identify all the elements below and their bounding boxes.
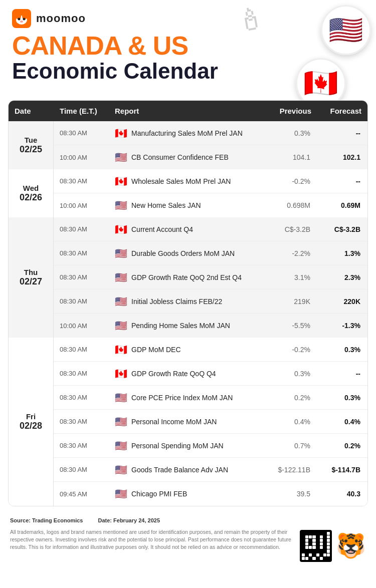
report-previous: -2.2% (258, 249, 313, 257)
report-forecast: 2.3% (313, 273, 363, 281)
table-header: Date Time (E.T.) Report Previous Forecas… (9, 101, 367, 121)
report-forecast: 0.3% (313, 394, 363, 402)
report-previous: 0.7% (258, 442, 313, 450)
country-flag: 🇺🇸 (115, 416, 127, 428)
report-text: Goods Trade Balance Adv JAN (131, 466, 228, 474)
report-forecast: C$-3.2B (313, 225, 363, 233)
country-flag: 🇨🇦 (115, 175, 127, 187)
report-name: 🇺🇸 New Home Sales JAN (113, 199, 258, 211)
report-previous: 0.3% (258, 129, 313, 137)
day-group: Fri 02/28 08:30 AM 🇨🇦 GDP MoM DEC -0.2% … (9, 338, 367, 506)
table-row: 08:30 AM 🇺🇸 Goods Trade Balance Adv JAN … (54, 458, 367, 482)
report-name: 🇺🇸 Goods Trade Balance Adv JAN (113, 464, 258, 476)
report-text: Pending Home Sales MoM JAN (131, 322, 230, 330)
report-name: 🇨🇦 Manufacturing Sales MoM Prel JAN (113, 127, 258, 139)
report-name: 🇺🇸 GDP Growth Rate QoQ 2nd Est Q4 (113, 271, 258, 283)
table-row: 08:30 AM 🇺🇸 Core PCE Price Index MoM JAN… (54, 386, 367, 410)
table-row: 08:30 AM 🇺🇸 Initial Jobless Claims FEB/2… (54, 289, 367, 314)
report-previous: 0.4% (258, 418, 313, 426)
date-label: Date: February 24, 2025 (98, 517, 160, 523)
col-time-header: Time (E.T.) (58, 107, 113, 115)
report-time: 08:30 AM (58, 394, 113, 401)
report-previous: 219K (258, 298, 313, 306)
report-previous: 104.1 (258, 153, 313, 161)
flag-decoration: 🇺🇸 🇨🇦 (296, 5, 371, 100)
report-text: Core PCE Price Index MoM JAN (131, 394, 233, 402)
day-name: Wed (23, 184, 39, 192)
country-flag: 🇨🇦 (115, 368, 127, 380)
report-previous: 39.5 (258, 490, 313, 498)
table-row: 10:00 AM 🇺🇸 New Home Sales JAN 0.698M 0.… (54, 193, 367, 217)
table-row: 08:30 AM 🇺🇸 Personal Income MoM JAN 0.4%… (54, 410, 367, 434)
col-forecast-header: Forecast (313, 107, 363, 115)
report-previous: -5.5% (258, 322, 313, 330)
report-name: 🇨🇦 GDP MoM DEC (113, 344, 258, 356)
report-name: 🇨🇦 GDP Growth Rate QoQ Q4 (113, 368, 258, 380)
report-time: 08:30 AM (58, 418, 113, 425)
report-text: GDP MoM DEC (131, 346, 181, 354)
source-label: Source: Trading Economics (10, 517, 83, 523)
report-time: 10:00 AM (58, 202, 113, 209)
report-forecast: 0.3% (313, 346, 363, 354)
report-forecast: $-114.7B (313, 466, 363, 474)
report-time: 08:30 AM (58, 298, 113, 305)
day-rows: 08:30 AM 🇨🇦 Manufacturing Sales MoM Prel… (54, 121, 367, 169)
report-time: 08:30 AM (58, 177, 113, 185)
table-row: 08:30 AM 🇨🇦 Current Account Q4 C$-3.2B C… (54, 217, 367, 241)
us-flag-circle: 🇺🇸 (321, 5, 371, 55)
country-flag: 🇺🇸 (115, 488, 127, 500)
report-previous: 3.1% (258, 273, 313, 281)
svg-point-4 (18, 18, 21, 21)
report-forecast: 0.4% (313, 418, 363, 426)
report-text: Chicago PMI FEB (131, 490, 187, 498)
day-group: Wed 02/26 08:30 AM 🇨🇦 Wholesale Sales Mo… (9, 169, 367, 217)
table-row: 08:30 AM 🇺🇸 Durable Goods Orders MoM JAN… (54, 241, 367, 265)
report-previous: -0.2% (258, 346, 313, 354)
report-previous: C$-3.2B (258, 225, 313, 233)
report-text: GDP Growth Rate QoQ Q4 (131, 370, 216, 378)
col-previous-header: Previous (258, 107, 313, 115)
report-time: 08:30 AM (58, 249, 113, 257)
report-text: Personal Spending MoM JAN (131, 442, 224, 450)
day-rows: 08:30 AM 🇨🇦 GDP MoM DEC -0.2% 0.3% 08:30… (54, 338, 367, 506)
report-time: 08:30 AM (58, 129, 113, 137)
day-name: Fri (26, 412, 36, 421)
report-name: 🇺🇸 Pending Home Sales MoM JAN (113, 320, 258, 332)
day-label: Thu 02/27 (9, 217, 54, 338)
day-date: 02/25 (20, 144, 42, 155)
report-text: Current Account Q4 (131, 225, 193, 233)
day-label: Fri 02/28 (9, 338, 54, 506)
table-body: Tue 02/25 08:30 AM 🇨🇦 Manufacturing Sale… (9, 121, 367, 506)
page-header: moomoo CANADA & US Economic Calendar 🇺🇸 … (0, 0, 376, 100)
report-forecast: -- (313, 129, 363, 137)
report-previous: -0.2% (258, 177, 313, 185)
report-name: 🇺🇸 Chicago PMI FEB (113, 488, 258, 500)
day-rows: 08:30 AM 🇨🇦 Current Account Q4 C$-3.2B C… (54, 217, 367, 338)
report-name: 🇺🇸 Personal Income MoM JAN (113, 416, 258, 428)
table-row: 08:30 AM 🇺🇸 GDP Growth Rate QoQ 2nd Est … (54, 265, 367, 289)
report-text: Wholesale Sales MoM Prel JAN (131, 177, 231, 185)
report-forecast: 1.3% (313, 249, 363, 257)
country-flag: 🇺🇸 (115, 271, 127, 283)
report-text: Initial Jobless Claims FEB/22 (131, 298, 222, 306)
table-row: 08:30 AM 🇨🇦 Wholesale Sales MoM Prel JAN… (54, 169, 367, 193)
report-forecast: 102.1 (313, 153, 363, 161)
country-flag: 🇺🇸 (115, 320, 127, 332)
report-name: 🇺🇸 Core PCE Price Index MoM JAN (113, 392, 258, 404)
report-previous: $-122.11B (258, 466, 313, 474)
footer-disclaimer-row: All trademarks, logos and brand names me… (0, 526, 376, 569)
report-text: Personal Income MoM JAN (131, 418, 217, 426)
col-report-header: Report (113, 107, 258, 115)
disclaimer-text: All trademarks, logos and brand names me… (10, 528, 294, 551)
table-row: 08:30 AM 🇨🇦 Manufacturing Sales MoM Prel… (54, 121, 367, 145)
day-name: Thu (24, 268, 38, 276)
report-name: 🇺🇸 Personal Spending MoM JAN (113, 440, 258, 452)
report-forecast: -1.3% (313, 322, 363, 330)
country-flag: 🇨🇦 (115, 223, 127, 235)
svg-point-6 (20, 21, 23, 23)
country-flag: 🇺🇸 (115, 440, 127, 452)
day-rows: 08:30 AM 🇨🇦 Wholesale Sales MoM Prel JAN… (54, 169, 367, 217)
report-text: New Home Sales JAN (131, 201, 201, 209)
report-name: 🇺🇸 Durable Goods Orders MoM JAN (113, 247, 258, 259)
table-row: 09:45 AM 🇺🇸 Chicago PMI FEB 39.5 40.3 (54, 482, 367, 506)
